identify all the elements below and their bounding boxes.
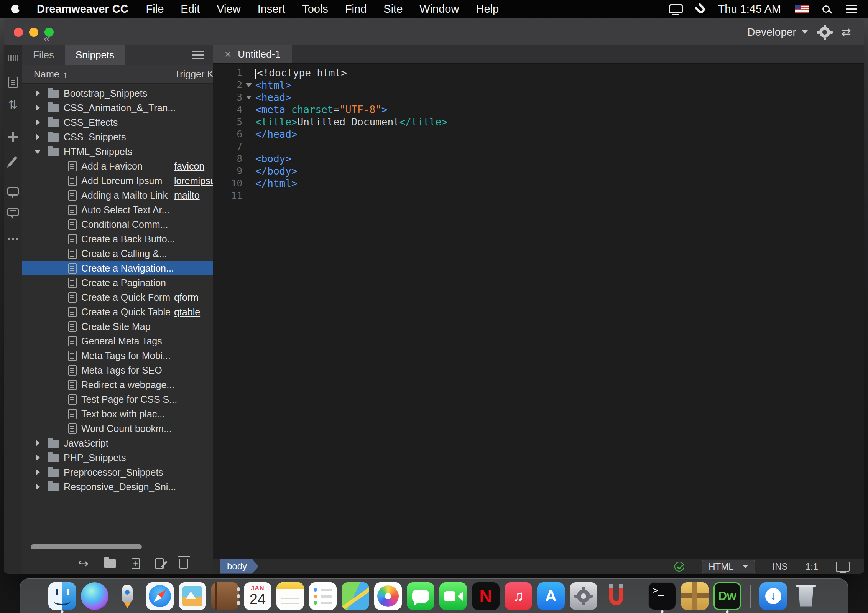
tree-folder[interactable]: Bootstrap_Snippets bbox=[22, 86, 213, 101]
grip-handle[interactable] bbox=[8, 55, 18, 61]
menu-insert[interactable]: Insert bbox=[249, 3, 294, 15]
code-line[interactable]: 5<title>Untitled Document</title> bbox=[213, 116, 864, 128]
tree-item[interactable]: Meta Tags for SEO bbox=[22, 363, 213, 377]
snippet-trigger[interactable]: qform bbox=[174, 292, 199, 303]
window-titlebar[interactable]: Developer bbox=[4, 19, 864, 45]
tree-folder[interactable]: CSS_Snippets bbox=[22, 130, 213, 144]
code-line[interactable]: 9</body> bbox=[213, 165, 864, 177]
control-center-icon[interactable] bbox=[846, 5, 857, 13]
dock-messages[interactable] bbox=[407, 582, 434, 610]
screen-mirroring-icon[interactable] bbox=[669, 4, 683, 13]
tree-folder[interactable]: Preprocessor_Snippets bbox=[22, 465, 213, 480]
delete-snippet-icon[interactable] bbox=[179, 559, 188, 569]
tree-item[interactable]: Create Site Map bbox=[22, 319, 213, 334]
tree-item[interactable]: Create a Quick Formqform bbox=[22, 290, 213, 305]
code-line[interactable]: 10</html> bbox=[213, 177, 864, 190]
code-line[interactable]: 8<body> bbox=[213, 153, 864, 165]
menu-help[interactable]: Help bbox=[467, 3, 507, 15]
tree-item[interactable]: Redirect a webpage... bbox=[22, 377, 213, 392]
code-line[interactable]: 2<html> bbox=[213, 79, 864, 91]
dock-netflix[interactable] bbox=[472, 582, 500, 610]
panel-menu-icon[interactable] bbox=[192, 51, 204, 59]
apple-menu-icon[interactable] bbox=[11, 4, 21, 14]
tree-item[interactable]: Create a Back Butto... bbox=[22, 232, 213, 246]
tree-item[interactable]: Test Page for CSS S... bbox=[22, 392, 213, 407]
menu-file[interactable]: File bbox=[138, 3, 173, 15]
horizontal-scrollbar[interactable] bbox=[31, 544, 142, 549]
dock-safari[interactable] bbox=[146, 582, 174, 610]
document-tab[interactable]: Untitled-1 bbox=[213, 45, 292, 63]
tag-selector-body[interactable]: body bbox=[220, 559, 258, 574]
edit-tool-icon[interactable] bbox=[8, 156, 17, 166]
close-window-button[interactable] bbox=[14, 28, 23, 37]
more-options-icon[interactable] bbox=[8, 238, 18, 240]
dock-trash[interactable] bbox=[792, 582, 820, 610]
tree-item[interactable]: Add Loreum Ipsumloremipsum bbox=[22, 173, 213, 188]
minimize-window-button[interactable] bbox=[29, 28, 38, 37]
sync-settings-icon[interactable] bbox=[842, 26, 851, 38]
column-header-trigger[interactable]: Trigger Key bbox=[169, 65, 213, 83]
syntax-mode-select[interactable]: HTML bbox=[702, 560, 755, 573]
tree-folder[interactable]: JavaScript bbox=[22, 436, 213, 450]
dock-contacts[interactable] bbox=[211, 582, 239, 610]
dock-music[interactable] bbox=[505, 582, 532, 610]
tab-files[interactable]: Files bbox=[22, 45, 65, 65]
files-panel-icon[interactable] bbox=[8, 77, 18, 88]
chevron-right-icon[interactable] bbox=[36, 134, 40, 140]
new-snippet-icon[interactable] bbox=[132, 558, 140, 569]
tree-item-selected[interactable]: Create a Navigation... bbox=[22, 261, 213, 275]
magnet-menu-icon[interactable] bbox=[694, 3, 706, 15]
column-header-name[interactable]: Name bbox=[22, 69, 68, 80]
tree-item[interactable]: Word Count bookm... bbox=[22, 421, 213, 436]
chevron-right-icon[interactable] bbox=[36, 105, 40, 111]
code-area[interactable]: 1<!doctype html> 2<html> 3<head> 4<meta … bbox=[213, 64, 864, 559]
code-line[interactable]: 3<head> bbox=[213, 91, 864, 104]
new-folder-icon[interactable] bbox=[104, 559, 116, 568]
code-fold-icon[interactable] bbox=[246, 96, 252, 99]
comment-icon[interactable] bbox=[7, 187, 19, 196]
dock-notes[interactable] bbox=[276, 582, 304, 610]
menubar-clock[interactable]: Thu 1:45 AM bbox=[718, 3, 781, 15]
gear-icon[interactable] bbox=[819, 27, 830, 38]
window-size-icon[interactable] bbox=[836, 562, 850, 572]
code-line[interactable]: 11 bbox=[213, 190, 864, 202]
snippets-tree[interactable]: Bootstrap_Snippets CSS_Animation_&_Tran.… bbox=[22, 84, 213, 553]
edit-snippet-icon[interactable] bbox=[155, 558, 164, 569]
collapse-panel-icon[interactable] bbox=[44, 33, 50, 44]
tree-item[interactable]: Create a Calling &... bbox=[22, 246, 213, 261]
tree-item[interactable]: Meta Tags for Mobi... bbox=[22, 348, 213, 363]
menu-edit[interactable]: Edit bbox=[172, 3, 208, 15]
code-line[interactable]: 7 bbox=[213, 140, 864, 153]
snippet-trigger[interactable]: mailto bbox=[174, 190, 200, 201]
dock-appstore[interactable] bbox=[537, 582, 565, 610]
dock-dreamweaver[interactable] bbox=[713, 582, 741, 610]
chevron-right-icon[interactable] bbox=[36, 455, 40, 461]
dock-facetime[interactable] bbox=[439, 582, 467, 610]
transform-tool-icon[interactable] bbox=[8, 132, 18, 142]
dock-maps[interactable] bbox=[342, 582, 369, 610]
tree-folder[interactable]: CSS_Animation_&_Tran... bbox=[22, 101, 213, 115]
dock-finder[interactable] bbox=[48, 582, 76, 610]
workspace-switcher[interactable]: Developer bbox=[747, 26, 808, 38]
chevron-right-icon[interactable] bbox=[36, 484, 40, 490]
menu-tools[interactable]: Tools bbox=[294, 3, 337, 15]
input-language-flag-icon[interactable] bbox=[795, 5, 809, 13]
apply-snippet-icon[interactable] bbox=[78, 557, 89, 570]
dock-siri[interactable] bbox=[81, 582, 108, 610]
dock-unarchiver[interactable] bbox=[681, 582, 709, 610]
tree-folder[interactable]: Responsive_Design_Sni... bbox=[22, 480, 213, 494]
tree-item[interactable]: Conditional Comm... bbox=[22, 217, 213, 232]
dock-settings[interactable] bbox=[570, 582, 597, 610]
app-menu-title[interactable]: Dreamweaver CC bbox=[28, 3, 138, 15]
menu-window[interactable]: Window bbox=[411, 3, 467, 15]
dock-magnet[interactable] bbox=[602, 582, 630, 610]
tree-item[interactable]: General Meta Tags bbox=[22, 334, 213, 348]
dock-preview[interactable] bbox=[179, 582, 206, 610]
menu-view[interactable]: View bbox=[208, 3, 249, 15]
spotlight-search-icon[interactable] bbox=[822, 5, 830, 13]
code-comment-icon[interactable] bbox=[7, 208, 19, 216]
dock-photos[interactable] bbox=[374, 582, 402, 610]
tab-snippets[interactable]: Snippets bbox=[65, 45, 125, 65]
code-line[interactable]: 4<meta charset="UTF-8"> bbox=[213, 104, 864, 116]
code-line[interactable]: 6</head> bbox=[213, 128, 864, 140]
